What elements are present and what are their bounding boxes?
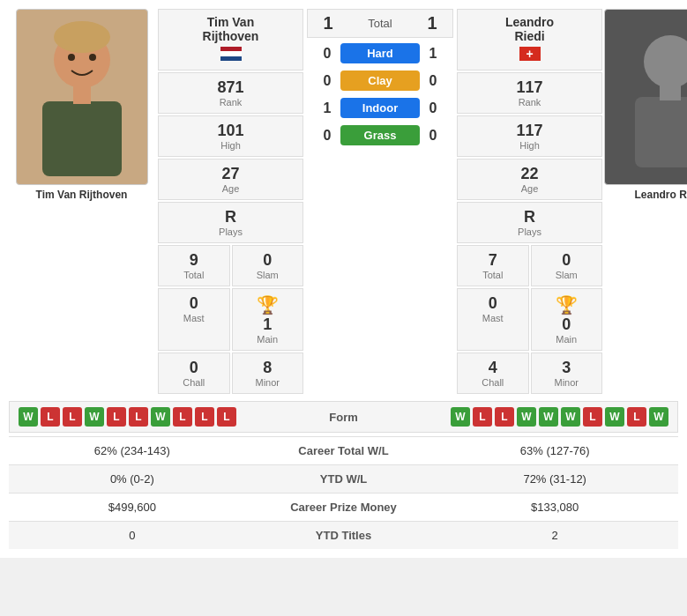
indoor-right: 0 xyxy=(420,100,446,116)
form-pill-w: W xyxy=(649,407,668,427)
left-age-cell: 27 Age xyxy=(158,159,303,200)
stats-right-1: 72% (31-12) xyxy=(431,465,678,494)
right-mast-cell: 0 Mast xyxy=(457,288,529,351)
left-plays-label: Plays xyxy=(162,226,299,237)
right-main-label: Main xyxy=(556,334,577,345)
right-player-name-under: Leandro Riedi xyxy=(634,189,687,201)
svg-rect-2 xyxy=(42,101,122,176)
left-mast-label: Mast xyxy=(162,313,226,323)
right-high-value: 117 xyxy=(461,122,598,140)
left-rank-value: 871 xyxy=(162,78,299,97)
stats-left-2: $499,600 xyxy=(9,494,256,522)
left-slam-label: Slam xyxy=(236,270,300,280)
left-high-label: High xyxy=(162,140,299,151)
left-flag xyxy=(220,47,242,61)
total-row: 1 Total 1 xyxy=(307,9,453,38)
svg-point-1 xyxy=(54,21,110,53)
left-trophy-icon: 🏆 xyxy=(257,294,279,315)
left-minor-cell: 8 Minor xyxy=(232,353,304,394)
form-section: WLLWLLWLLL Form WLLWWWLWLW xyxy=(9,401,678,433)
left-high-value: 101 xyxy=(162,122,299,140)
stats-center-0: Career Total W/L xyxy=(256,437,432,465)
right-plays-label: Plays xyxy=(461,226,598,237)
right-rank-cell: 117 Rank xyxy=(457,72,602,114)
indoor-left: 1 xyxy=(314,100,340,116)
form-pill-w: W xyxy=(451,407,470,427)
form-pill-w: W xyxy=(19,407,38,427)
svg-rect-8 xyxy=(660,85,681,100)
left-player-name-under: Tim Van Rijthoven xyxy=(36,189,128,201)
surface-row-grass: 0 Grass 0 xyxy=(307,123,453,147)
hard-badge: Hard xyxy=(340,43,420,63)
right-mast-value: 0 xyxy=(461,294,525,313)
stats-row-0: 62% (234-143)Career Total W/L63% (127-76… xyxy=(9,437,678,465)
left-age-label: Age xyxy=(162,183,299,194)
left-player-header: Tim VanRijthoven xyxy=(158,9,303,71)
right-slam-value: 0 xyxy=(535,251,599,270)
form-pill-l: L xyxy=(627,407,646,427)
svg-rect-3 xyxy=(73,85,91,104)
stats-right-0: 63% (127-76) xyxy=(431,437,678,465)
right-high-cell: 117 High xyxy=(457,115,602,157)
right-trophy-icon: 🏆 xyxy=(556,294,578,315)
right-minor-cell: 3 Minor xyxy=(531,353,603,394)
left-slam-value: 0 xyxy=(236,251,300,270)
grass-right: 0 xyxy=(420,128,446,144)
center-section: 1 Total 1 0 Hard 1 0 Clay 0 1 Indoor 0 0 xyxy=(307,9,453,394)
form-pill-l: L xyxy=(495,407,514,427)
right-main-value: 0 xyxy=(562,315,571,334)
left-player-photo-col: Tim Van Rijthoven xyxy=(9,9,154,394)
left-total-label: Total xyxy=(162,270,226,280)
left-chall-label: Chall xyxy=(162,377,226,388)
form-pill-l: L xyxy=(217,407,236,427)
right-flag xyxy=(519,47,541,61)
left-plays-value: R xyxy=(162,208,299,226)
form-pill-l: L xyxy=(41,407,60,427)
right-stats-panel: LeandroRiedi 117 Rank 117 High 22 Age R … xyxy=(457,9,602,394)
hard-left: 0 xyxy=(314,46,340,62)
stats-right-3: 2 xyxy=(431,522,678,550)
right-rank-label: Rank xyxy=(461,97,598,108)
stats-left-3: 0 xyxy=(9,522,256,550)
svg-rect-7 xyxy=(635,97,688,167)
stats-left-0: 62% (234-143) xyxy=(9,437,256,465)
left-player-photo xyxy=(16,9,148,185)
stats-row-2: $499,600Career Prize Money$133,080 xyxy=(9,494,678,522)
form-pill-w: W xyxy=(539,407,558,427)
right-total-label: Total xyxy=(461,270,525,280)
form-pill-l: L xyxy=(195,407,214,427)
clay-left: 0 xyxy=(314,73,340,89)
right-slam-label: Slam xyxy=(535,270,599,280)
total-label: Total xyxy=(368,17,392,30)
right-minor-label: Minor xyxy=(535,377,599,388)
form-pill-l: L xyxy=(173,407,192,427)
stats-table: 62% (234-143)Career Total W/L63% (127-76… xyxy=(9,436,678,549)
left-form-pills: WLLWLLWLLL xyxy=(19,407,310,427)
left-trophy-main-cell: 🏆 1 Main xyxy=(232,288,304,351)
right-rank-value: 117 xyxy=(461,78,598,97)
form-pill-w: W xyxy=(605,407,624,427)
surface-row-clay: 0 Clay 0 xyxy=(307,69,453,93)
form-pill-w: W xyxy=(85,407,104,427)
left-mast-cell: 0 Mast xyxy=(158,288,230,351)
form-pill-w: W xyxy=(517,407,536,427)
form-label: Form xyxy=(317,411,370,424)
left-total-value: 9 xyxy=(162,251,226,270)
grass-badge: Grass xyxy=(340,125,420,145)
left-main-value: 1 xyxy=(263,315,272,334)
svg-point-5 xyxy=(89,54,96,61)
form-pill-l: L xyxy=(63,407,82,427)
stats-center-2: Career Prize Money xyxy=(256,494,432,522)
right-stats-grid-3: 4 Chall 3 Minor xyxy=(457,353,602,394)
right-player-photo-col: Leandro Riedi xyxy=(606,9,687,394)
svg-point-4 xyxy=(68,54,75,61)
right-chall-value: 4 xyxy=(461,359,525,377)
right-plays-value: R xyxy=(461,208,598,226)
right-total-value: 7 xyxy=(461,251,525,270)
right-chall-cell: 4 Chall xyxy=(457,353,529,394)
surface-row-hard: 0 Hard 1 xyxy=(307,41,453,65)
left-rank-cell: 871 Rank xyxy=(158,72,303,114)
left-rank-label: Rank xyxy=(162,97,299,108)
right-stats-grid-2: 0 Mast 🏆 0 Main xyxy=(457,288,602,351)
right-age-label: Age xyxy=(461,183,598,194)
